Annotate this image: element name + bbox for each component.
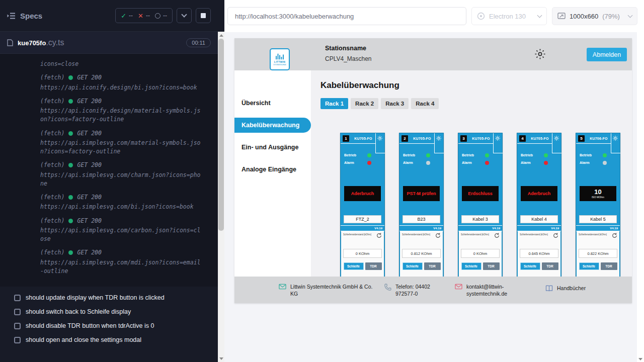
measurement-panel: Schleifenwiderstand [kOhm] 0.645 KOhm Sc…: [518, 231, 560, 277]
device-settings-button[interactable]: [436, 136, 441, 141]
spec-file-ext: .cy.ts: [46, 38, 64, 47]
spec-timer: 00:11: [186, 38, 211, 47]
viewport-selector[interactable]: 1000x660 (79%): [552, 7, 637, 25]
settings-button[interactable]: [534, 48, 546, 62]
device-settings-button[interactable]: [377, 136, 382, 141]
device-model: KÜ706-FO: [586, 137, 611, 140]
status-dot-icon: [68, 99, 73, 104]
fetch-label: (fetch): [40, 193, 64, 202]
tdr-button[interactable]: TDR: [365, 262, 382, 270]
scroll-down-button[interactable]: [218, 355, 224, 362]
url-input[interactable]: http://localhost:3000/kabelueberwachung: [227, 7, 466, 25]
betrieb-label: Betrieb: [344, 153, 367, 157]
rack-tab[interactable]: Rack 2: [351, 98, 378, 109]
scrollbar-thumb[interactable]: [218, 39, 224, 231]
test-state-icon: [14, 295, 21, 301]
electron-icon: [477, 12, 485, 20]
rack-tab[interactable]: Rack 4: [411, 98, 439, 109]
runner-topbar: Specs ✓-- ✕-- --: [0, 0, 218, 32]
footer-email[interactable]: kontakt@littwin-systemtechnik.de: [455, 283, 514, 297]
cable-name-field[interactable]: B23: [403, 215, 440, 223]
betrieb-led: [544, 153, 548, 157]
test-row[interactable]: should disable TDR button when tdrActive…: [0, 319, 218, 333]
device-settings-button[interactable]: [613, 136, 618, 141]
logout-button[interactable]: Abmelden: [587, 48, 627, 61]
request-url: https://api.simplesvg.com/material-symbo…: [40, 139, 203, 156]
http-status: GET 200: [77, 129, 101, 138]
device-card: 5 KÜ706-FO: [576, 133, 620, 277]
fetch-label: (fetch): [40, 129, 64, 138]
arrow-down-icon[interactable]: [638, 358, 642, 360]
scroll-up-button[interactable]: [218, 32, 224, 39]
footer-phone[interactable]: Telefon: 04402 972577-0: [384, 283, 450, 297]
scrollbar-track[interactable]: [218, 39, 224, 355]
chevron-down-icon: [181, 12, 187, 17]
device-settings-button[interactable]: [554, 136, 559, 141]
specs-list-icon: [7, 13, 16, 19]
fetch-label: (fetch): [40, 161, 64, 169]
browser-preview-panel: http://localhost:3000/kabelueberwachung …: [224, 0, 644, 362]
rack-tab[interactable]: Rack 3: [381, 98, 409, 109]
divider: [434, 133, 435, 153]
status-text: 10: [594, 189, 601, 196]
schleife-button[interactable]: Schleife: [461, 262, 481, 270]
log-line: icons=close: [40, 60, 203, 68]
collapse-runner-button[interactable]: [177, 8, 192, 23]
fetch-log-entry: (fetch) GET 200 https://api.simplesvg.co…: [40, 129, 203, 156]
browser-selector[interactable]: Electron 130: [471, 7, 547, 25]
refresh-button[interactable]: [376, 233, 382, 238]
device-model: KÜ705-FO: [410, 137, 435, 140]
slot-number: 4: [519, 135, 526, 142]
refresh-button[interactable]: [612, 233, 617, 238]
device-settings-button[interactable]: [495, 136, 500, 141]
refresh-button[interactable]: [553, 233, 558, 238]
cable-name-field[interactable]: Kabel 3: [461, 215, 499, 223]
logo-title: LITTWIN: [274, 60, 285, 63]
alarm-label: Alarm: [403, 161, 426, 164]
app-sidebar: ÜbersichtKabelüberwachungEin- und Ausgän…: [234, 70, 311, 277]
viewport-icon: [557, 13, 566, 20]
sidebar-item[interactable]: Analoge Eingänge: [234, 162, 311, 177]
tdr-button[interactable]: TDR: [601, 262, 617, 270]
app-footer: Littwin Systemtechnik GmbH & Co. KG Tele…: [234, 277, 632, 303]
request-url: https://api.simplesvg.com/bi.json?icons=…: [40, 203, 203, 211]
footer-manuals-link[interactable]: Handbücher: [545, 285, 586, 292]
cable-name-field[interactable]: Kabel 4: [520, 215, 558, 223]
device-model: KÜ705-FO: [527, 137, 552, 140]
test-row[interactable]: should open and close the settings modal: [0, 333, 218, 347]
refresh-button[interactable]: [435, 233, 441, 238]
rack-tab[interactable]: Rack 1: [320, 98, 348, 109]
divider: [611, 153, 620, 153]
scrollbar-cap: [218, 0, 224, 32]
test-title: should disable TDR button when tdrActive…: [26, 322, 154, 329]
schleife-button[interactable]: Schleife: [344, 262, 364, 270]
schleife-button[interactable]: Schleife: [579, 262, 599, 270]
alarm-label: Alarm: [344, 161, 367, 164]
gear-icon: [613, 136, 618, 141]
app-stage: LITTWIN SYSTEMTECHNIK Stationsname CPLV4…: [224, 32, 637, 362]
cable-name-field[interactable]: Kabel 5: [579, 215, 617, 223]
divider: [341, 143, 375, 144]
sidebar-item[interactable]: Übersicht: [234, 96, 311, 111]
schleife-button[interactable]: Schleife: [520, 262, 540, 270]
fetch-log-entry: (fetch) GET 200 https://api.iconify.desi…: [40, 73, 203, 92]
test-row[interactable]: should update display when TDR button is…: [0, 291, 218, 305]
status-display: Erdschluss: [462, 186, 499, 201]
specs-menu-button[interactable]: Specs: [7, 12, 42, 20]
stop-tests-button[interactable]: [196, 8, 211, 23]
refresh-button[interactable]: [494, 233, 500, 238]
sidebar-item[interactable]: Ein- und Ausgänge: [234, 140, 311, 155]
refresh-icon: [376, 233, 382, 238]
divider: [399, 143, 434, 144]
alarm-label: Alarm: [462, 161, 485, 164]
footer-company[interactable]: Littwin Systemtechnik GmbH & Co. KG: [279, 283, 378, 297]
tdr-button[interactable]: TDR: [542, 262, 558, 270]
schleife-button[interactable]: Schleife: [403, 262, 423, 270]
sidebar-item[interactable]: Kabelüberwachung: [234, 118, 311, 133]
manuals-label: Handbücher: [557, 285, 586, 292]
cable-name-field[interactable]: FTZ_2: [344, 215, 381, 223]
tdr-button[interactable]: TDR: [483, 262, 500, 270]
status-text: Erdschluss: [468, 191, 493, 196]
test-row[interactable]: should switch back to Schleife display: [0, 305, 218, 319]
tdr-button[interactable]: TDR: [424, 262, 441, 270]
